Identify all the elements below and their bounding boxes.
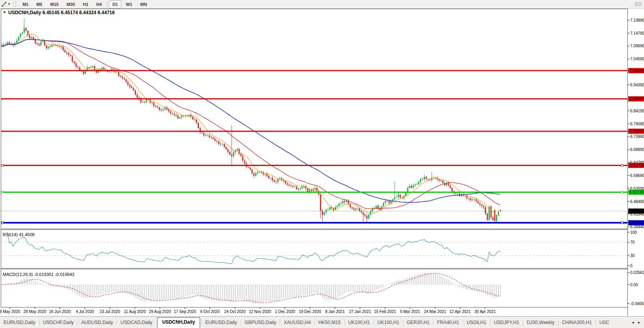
chart-tab-hk50-m15[interactable]: HK50,M15 [315,318,344,328]
svg-text:30 Apr 2021: 30 Apr 2021 [475,309,496,314]
svg-text:6.84190: 6.84190 [630,109,644,113]
top-toolbar: ▼ M1M5M15M30H1H4D1W1MN [0,0,644,9]
ma-line-60 [2,39,500,203]
toolbar-separator [13,1,14,7]
svg-text:17 Sep 2020: 17 Sep 2020 [174,309,196,314]
svg-text:6.38440: 6.38440 [630,225,644,229]
svg-text:24 Mar 2021: 24 Mar 2021 [424,309,446,314]
svg-text:6.68890: 6.68890 [630,147,644,152]
price-badge-6.76157: 6.76157 [628,129,644,134]
price-badge-6.40104: 6.40104 [628,220,644,226]
chevron-down-icon[interactable]: ▼ [7,2,11,6]
svg-text:6.73990: 6.73990 [630,134,644,139]
svg-text:1 Dec 2020: 1 Dec 2020 [275,309,295,314]
svg-text:6 Oct 2020: 6 Oct 2020 [200,309,220,314]
svg-text:15 Feb 2021: 15 Feb 2021 [374,309,396,314]
timeframe-button-m5[interactable]: M5 [33,0,46,8]
svg-text:7.09690: 7.09690 [630,44,644,48]
svg-text:11 Aug 2020: 11 Aug 2020 [124,309,146,314]
chart-tab-xauusd-h4[interactable]: XAUUSD,H4 [280,318,314,328]
chart-tab-ger30-h1[interactable]: GER30,H1 [403,318,433,328]
svg-text:6.62709: 6.62709 [629,163,644,168]
hline-handle[interactable] [2,164,4,166]
macd-signal-line [2,274,500,303]
svg-text:6.76157: 6.76157 [629,129,644,133]
chart-tab-audusd-daily[interactable]: AUDUSD,Daily [78,318,117,328]
svg-text:28 May 2020: 28 May 2020 [24,309,46,314]
chart-tab-uk100-h1[interactable]: UK100,H1 [345,318,373,328]
chart-tab-usdjpy-h1[interactable]: USDJPY,H1 [490,318,523,328]
svg-text:100: 100 [630,230,637,235]
chart-tab-china300-h1[interactable]: CHINA300,H1 [559,318,596,328]
svg-text:19 Dec 2020: 19 Dec 2020 [299,309,321,314]
chart-tab-eurusd-daily[interactable]: EURUSD,Daily [202,318,241,328]
macd-histogram [2,273,500,304]
svg-text:6.88897: 6.88897 [629,97,644,101]
toolbar-separator [107,1,107,7]
indicator-axis: 100703000.0256230.00-0.04068 [627,230,644,306]
svg-text:-0.04068: -0.04068 [630,302,644,306]
triangle-down-icon[interactable] [3,11,6,13]
svg-text:6.94390: 6.94390 [630,83,644,87]
svg-text:12 Nov 2020: 12 Nov 2020 [249,309,271,314]
svg-text:9 May 2020: 9 May 2020 [0,309,20,314]
svg-text:27 Jan 2021: 27 Jan 2021 [349,309,371,314]
price-axis: 7.198907.147907.096907.045906.994906.943… [627,18,644,229]
svg-text:6.44716: 6.44716 [629,209,644,213]
chart-tab-dj30-weekly[interactable]: DJ30,Weekly [523,318,558,328]
last-price-badge: 6.44716 [628,209,644,214]
svg-text:7.19890: 7.19890 [630,18,644,22]
hline-handle[interactable] [2,222,4,224]
toolbar-grip [15,1,17,7]
chart-tab-usdchf-daily[interactable]: USDCHF,Daily [39,318,78,328]
svg-text:16 Jun 2020: 16 Jun 2020 [49,309,71,314]
hline-handle[interactable] [2,191,4,193]
chart-tab-eurusd-daily[interactable]: EURUSD,Daily [0,318,39,328]
svg-text:0.025623: 0.025623 [630,270,644,275]
timeframe-button-m30[interactable]: M30 [63,0,78,8]
chart-tab-fra40-h1[interactable]: FRA40,H1 [434,318,463,328]
chart-tab-usc[interactable]: USC [596,318,613,328]
timeframe-button-m15[interactable]: M15 [46,0,62,8]
svg-text:4 Jul 2020: 4 Jul 2020 [76,309,94,314]
timeframe-button-h4[interactable]: H4 [93,0,105,8]
date-axis: 9 May 202028 May 202016 Jun 20204 Jul 20… [0,308,496,314]
chart-tab-gbpusd-daily[interactable]: GBPUSD,Daily [241,318,280,328]
svg-text:6.48490: 6.48490 [630,199,644,204]
svg-text:70: 70 [630,240,635,244]
svg-text:0: 0 [630,264,633,268]
window-artifact [635,2,642,6]
ma-line-25 [2,39,500,209]
timeframe-button-mn[interactable]: MN [137,0,150,8]
svg-text:5 Mar 2021: 5 Mar 2021 [400,309,420,314]
chart-tab-usdcad-daily[interactable]: USDCAD,Daily [117,318,156,328]
crosshair-tool-icon[interactable] [1,1,7,7]
timeframe-button-m1[interactable]: M1 [19,0,32,8]
price-badge-7.00029: 7.00029 [628,68,644,73]
timeframe-button-h1[interactable]: H1 [79,0,92,8]
hline-handle[interactable] [621,191,623,193]
chart-title: USDCNH,Daily 6.45145 6.45174 6.44324 6.4… [8,10,115,15]
svg-text:7.14790: 7.14790 [630,31,644,35]
chart-tab-bar: EURUSD,DailyUSDCHF,DailyAUDUSD,DailyUSDC… [0,316,644,328]
timeframe-button-d1[interactable]: D1 [109,0,121,8]
svg-text:23 Jul 2020: 23 Jul 2020 [100,309,120,314]
price-badge-6.88897: 6.88897 [628,96,644,101]
svg-text:6.40104: 6.40104 [629,221,644,225]
timeframe-button-w1[interactable]: W1 [122,0,136,8]
hline-handle[interactable] [621,222,623,224]
chart-tab-usoil-h1[interactable]: USOil,H1 [463,318,490,328]
rsi-line [7,232,500,264]
price-badge-6.52138: 6.52138 [628,190,644,195]
tab-scroll-right-icon[interactable]: ► [637,321,641,324]
chart-tab-uk100-h1[interactable]: UK100,H1 [374,318,403,328]
svg-text:7.04590: 7.04590 [630,57,644,61]
hline-handle[interactable] [621,164,623,166]
svg-text:6.52138: 6.52138 [629,190,644,194]
rsi-label: RSI(14) 41.4508 [3,232,35,237]
svg-text:7.00029: 7.00029 [629,69,644,73]
tab-scroll-left-icon[interactable]: ◄ [631,321,635,324]
chart-tab-usdcnh-daily[interactable]: USDCNH,Daily [157,317,200,328]
svg-text:0.00: 0.00 [630,283,638,287]
svg-text:24 Oct 2020: 24 Oct 2020 [224,309,246,314]
